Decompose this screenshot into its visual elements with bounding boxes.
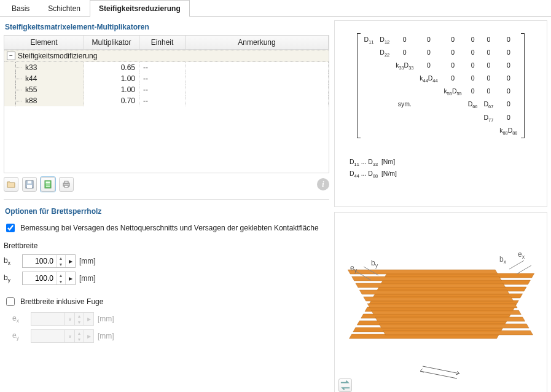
bx-unit: [mm] [79, 257, 96, 265]
by-input[interactable] [23, 272, 56, 284]
ey-down-icon: ▼ [75, 336, 84, 342]
svg-line-35 [517, 265, 531, 274]
bx-input[interactable] [23, 255, 56, 267]
grid-toolbar: i [4, 173, 329, 195]
multiplier-panel: Steifigkeitsmatrixelement-Multiplikatore… [4, 20, 329, 200]
svg-rect-12 [64, 181, 68, 183]
svg-rect-2 [27, 185, 32, 188]
info-button[interactable]: i [317, 178, 329, 190]
by-spinner[interactable]: ▲ ▼ ▸ [22, 272, 76, 285]
board-width-label: Brettbreite [4, 237, 329, 253]
svg-rect-31 [375, 317, 525, 321]
bx-label: bx [4, 256, 18, 266]
matrix: D11D12000000 D22000000 k33D3300000 k44D4… [357, 33, 525, 138]
multiplier-grid: Element Multiplikator Einheit Anmerkung … [4, 35, 329, 173]
bx-up-icon[interactable]: ▲ [57, 255, 65, 261]
collapse-icon[interactable]: − [7, 52, 15, 60]
cell-element: k33 [25, 63, 37, 72]
svg-text:by: by [371, 259, 378, 269]
bx-spinner[interactable]: ▲ ▼ ▸ [22, 254, 76, 268]
matrix-legend-1: D11 ... D33 [Nm] [350, 157, 397, 168]
multiplier-panel-title: Steifigkeitsmatrixelement-Multiplikatore… [4, 20, 329, 35]
svg-rect-25 [351, 276, 501, 281]
cell-mult: 1.00 [121, 85, 135, 94]
table-row[interactable]: k44 1.00 -- [4, 73, 329, 84]
svg-rect-30 [371, 310, 521, 315]
bx-down-icon[interactable]: ▼ [57, 261, 65, 267]
ex-dropdown-icon: ∨ [64, 313, 74, 325]
column-anmerkung[interactable]: Anmerkung [186, 36, 329, 49]
folder-icon [7, 180, 15, 189]
swap-icon [339, 305, 351, 392]
table-row[interactable]: k55 1.00 -- [4, 84, 329, 95]
cell-unit: -- [143, 96, 148, 105]
ex-down-icon: ▼ [75, 319, 84, 325]
svg-line-34 [509, 261, 524, 269]
cell-element: k88 [25, 96, 37, 105]
cell-mult: 0.65 [121, 63, 135, 72]
ex-spinner: ∨ ▲ ▼ ▸ [31, 312, 94, 326]
tab-bar: Basis Schichten Steifigkeitsreduzierung [0, 0, 551, 17]
clt-illustration: ex bx ey by [340, 224, 542, 384]
svg-rect-32 [379, 324, 529, 328]
checkbox-joint-width-label: Brettbreite inklusive Fuge [20, 297, 103, 306]
group-label: Steifigkeitsmodifizierung [18, 52, 97, 60]
cell-mult: 1.00 [121, 74, 135, 83]
svg-rect-33 [383, 331, 533, 335]
options-panel-title: Optionen für Brettsperrholz [4, 205, 329, 219]
svg-point-7 [49, 184, 50, 186]
ey-step-icon: ▸ [84, 330, 93, 342]
by-step-icon[interactable]: ▸ [65, 272, 75, 284]
table-row[interactable]: k33 0.65 -- [4, 62, 329, 73]
options-panel: Optionen für Brettsperrholz Bemessung be… [4, 205, 329, 348]
open-folder-button[interactable] [4, 177, 18, 192]
ey-field: ey ∨ ▲ ▼ ▸ [mm] [4, 327, 329, 345]
ex-step-icon: ▸ [84, 313, 93, 325]
swap-view-button[interactable] [338, 378, 352, 392]
checkbox-net-failure-label: Bemessung bei Versagen des Nettoquerschn… [20, 224, 319, 232]
svg-text:ey: ey [350, 264, 358, 273]
tab-basis[interactable]: Basis [2, 0, 39, 17]
calculator-icon [44, 180, 52, 189]
svg-text:ex: ex [518, 250, 525, 260]
cell-element: k55 [25, 85, 37, 94]
column-multiplikator[interactable]: Multiplikator [84, 36, 139, 49]
svg-point-10 [49, 186, 50, 187]
svg-rect-4 [46, 182, 50, 184]
checkbox-net-failure-input[interactable] [6, 224, 15, 232]
table-row[interactable]: k88 0.70 -- [4, 95, 329, 106]
grid-body: − Steifigkeitsmodifizierung k33 0.65 -- … [4, 50, 329, 173]
printer-icon [62, 180, 71, 189]
svg-point-6 [47, 184, 49, 186]
ey-label: ey [12, 331, 27, 341]
ey-unit: [mm] [98, 332, 114, 340]
ey-up-icon: ▲ [75, 330, 84, 336]
calc-button[interactable] [41, 177, 55, 192]
stiffness-matrix-display: D11D12000000 D22000000 k33D3300000 k44D4… [334, 20, 547, 207]
checkbox-joint-width[interactable]: Brettbreite inklusive Fuge [4, 293, 329, 310]
print-button[interactable] [59, 177, 74, 192]
svg-rect-28 [363, 297, 513, 301]
checkbox-joint-width-input[interactable] [6, 297, 15, 306]
ex-field: ex ∨ ▲ ▼ ▸ [mm] [4, 310, 329, 327]
tab-schichten[interactable]: Schichten [39, 0, 90, 17]
checkbox-net-failure[interactable]: Bemessung bei Versagen des Nettoquerschn… [4, 219, 329, 237]
bx-step-icon[interactable]: ▸ [65, 255, 75, 267]
by-down-icon[interactable]: ▼ [57, 278, 65, 284]
save-button[interactable] [22, 177, 37, 192]
svg-rect-1 [28, 181, 31, 184]
column-einheit[interactable]: Einheit [139, 36, 186, 49]
column-element[interactable]: Element [4, 36, 84, 49]
ex-up-icon: ▲ [75, 313, 84, 319]
ex-input [31, 313, 64, 325]
by-up-icon[interactable]: ▲ [57, 272, 65, 278]
by-unit: [mm] [79, 274, 96, 283]
tab-steifigkeitsreduzierung[interactable]: Steifigkeitsreduzierung [90, 0, 190, 17]
matrix-legend: D11 ... D33 [Nm] D44 ... D88 [N/m] [341, 157, 397, 180]
cell-mult: 0.70 [121, 96, 135, 105]
cell-element: k44 [25, 74, 37, 83]
grid-group-row[interactable]: − Steifigkeitsmodifizierung [4, 50, 329, 62]
ey-spinner: ∨ ▲ ▼ ▸ [31, 329, 94, 343]
bx-field: bx ▲ ▼ ▸ [mm] [4, 253, 329, 270]
svg-text:bx: bx [499, 255, 507, 265]
